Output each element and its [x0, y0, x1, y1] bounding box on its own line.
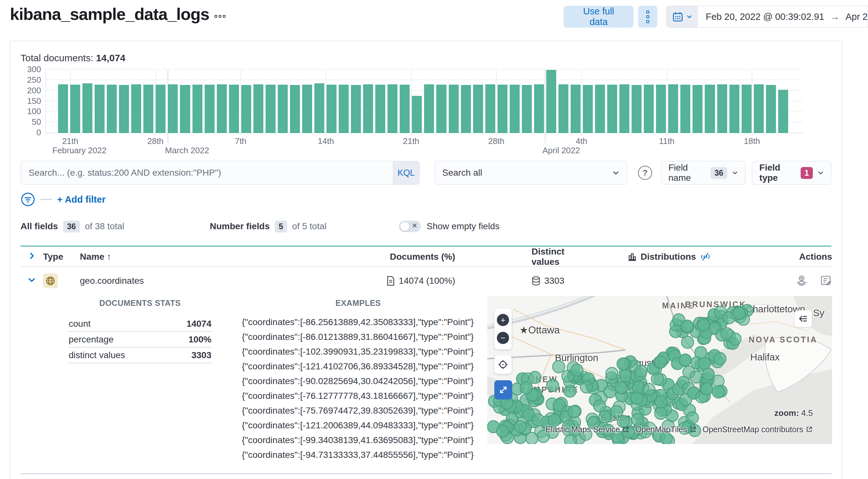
map-locate-control	[494, 355, 512, 374]
example-item: {"coordinates":[-99.34038139,41.63695083…	[242, 433, 474, 448]
header-distributions: Distributions	[590, 251, 770, 262]
histogram-bar	[58, 84, 68, 133]
attribution-link[interactable]: Elastic Maps Service	[545, 425, 620, 434]
kebab-menu-button[interactable]	[638, 6, 657, 28]
distinct-values-value: 3303	[544, 276, 564, 286]
zoom-out-button[interactable]: −	[497, 332, 509, 344]
histogram-bar	[778, 90, 788, 133]
histogram-bar	[485, 84, 495, 133]
histogram-bar	[95, 85, 104, 133]
field-name-filter[interactable]: Field name 36	[661, 161, 746, 185]
document-icon	[386, 276, 395, 286]
use-full-data-button[interactable]: Use full data	[564, 6, 633, 28]
collapse-row-button[interactable]	[28, 276, 36, 286]
examples-title: EXAMPLES	[242, 298, 474, 308]
show-empty-fields-toggle[interactable]: ✕	[399, 221, 421, 232]
field-type-filter[interactable]: Field type 1	[752, 161, 831, 185]
histogram-bar	[278, 85, 288, 133]
search-input[interactable]	[21, 161, 393, 184]
crosshair-icon	[497, 359, 509, 370]
chevron-down-icon	[732, 169, 738, 177]
stat-row: distinct values3303	[69, 348, 211, 363]
documents-stats-table: count14074percentage100%distinct values3…	[69, 316, 211, 363]
map-layers-icon	[796, 275, 808, 287]
total-documents-value: 14,074	[96, 53, 125, 63]
globe-icon	[45, 276, 56, 286]
top-bar: kibana_sample_data_logs Use full data Fe…	[0, 0, 868, 35]
histogram-bar	[766, 85, 776, 133]
map-attribution: Elastic Maps Service, OpenMapTiles, Open…	[545, 425, 814, 434]
expand-icon	[498, 384, 509, 395]
number-fields-label: Number fields	[210, 221, 270, 231]
x-axis-month-tick: February 2022	[52, 146, 106, 156]
histogram-bar	[363, 84, 373, 133]
page-title-text: kibana_sample_data_logs	[10, 4, 210, 24]
documents-cell: 14074 (100%)	[386, 276, 455, 286]
toggle-off-icon: ✕	[411, 222, 417, 229]
row-divider	[21, 473, 831, 474]
histogram-plot-area: 21th28th7th14th21th28th4th11th18thFebrua…	[45, 70, 803, 133]
attribution-link[interactable]: OpenMapTiles	[635, 425, 687, 434]
documents-stats-title: DOCUMENTS STATS	[69, 298, 211, 308]
histogram-bar	[522, 85, 532, 133]
date-range-display[interactable]: Feb 20, 2022 @ 00:39:02.91 → Apr 2	[698, 6, 868, 27]
search-all-select[interactable]: Search all	[435, 161, 627, 185]
all-fields-label: All fields	[21, 221, 58, 231]
histogram-bar	[631, 85, 642, 133]
y-axis-tick: 150	[27, 96, 41, 106]
quick-select-button[interactable]	[666, 6, 698, 27]
histogram-bars	[46, 70, 803, 133]
histogram-bar	[705, 85, 715, 133]
histogram-bar	[754, 84, 764, 133]
histogram-bar	[730, 85, 739, 133]
stat-row: count14074	[69, 316, 211, 332]
histogram-bar	[436, 85, 446, 133]
geo-map[interactable]: ★OttawaBurlingtonAugustaBostonCharlottet…	[487, 296, 832, 444]
set-view-button[interactable]	[497, 359, 509, 370]
histogram-bar	[424, 84, 434, 133]
histogram-bar	[168, 84, 178, 133]
histogram-bar	[692, 85, 703, 133]
histogram-bar	[668, 84, 678, 133]
zoom-in-button[interactable]: +	[497, 314, 509, 326]
header-name[interactable]: Name ↑	[80, 252, 337, 262]
map-legend-toggle-button[interactable]	[795, 310, 812, 327]
histogram-bar	[412, 96, 422, 133]
fields-summary-row: All fields 36 of 38 total Number fields …	[21, 219, 831, 234]
documents-stats-section: DOCUMENTS STATS count14074percentage100%…	[69, 296, 211, 471]
title-options-icon[interactable]	[215, 15, 225, 18]
example-item: {"coordinates":[-121.4102706,36.89334528…	[242, 359, 474, 374]
examples-section: EXAMPLES {"coordinates":[-86.25613889,42…	[242, 296, 474, 471]
examples-list: {"coordinates":[-86.25613889,42.35083333…	[242, 315, 474, 462]
data-visualizer-panel: Total documents: 14,074 0501001502002503…	[10, 41, 842, 479]
page-title: kibana_sample_data_logs	[10, 4, 225, 24]
expand-map-button[interactable]	[494, 380, 512, 400]
edit-field-button[interactable]	[820, 275, 832, 287]
external-link-icon	[806, 426, 813, 433]
histogram-bar	[619, 84, 629, 133]
histogram-bar	[497, 85, 507, 133]
hide-distributions-icon[interactable]	[700, 251, 711, 262]
date-range-picker[interactable]: Feb 20, 2022 @ 00:39:02.91 → Apr 2	[666, 6, 868, 28]
field-name-count-badge: 36	[711, 167, 727, 179]
histogram-bar	[253, 84, 264, 133]
filter-icon[interactable]	[21, 192, 35, 207]
histogram-bar	[510, 85, 520, 133]
histogram-bar	[742, 85, 751, 133]
expand-all-button[interactable]	[28, 252, 36, 262]
field-row-geo-coordinates[interactable]: geo.coordinates 14074 (100%) 3303	[21, 267, 831, 295]
attribution-link[interactable]: OpenStreetMap contributors	[703, 425, 803, 434]
x-axis-day-tick: 11th	[659, 136, 675, 146]
kql-language-button[interactable]: KQL	[393, 161, 419, 184]
histogram-icon	[628, 252, 637, 261]
help-icon[interactable]: ?	[638, 166, 652, 180]
fields-table-header: Type Name ↑ Documents (%) Distinct value…	[21, 247, 831, 267]
explore-in-maps-button[interactable]	[796, 275, 808, 287]
field-type-label: Field type	[759, 163, 796, 183]
date-end[interactable]: Apr 2	[845, 11, 868, 22]
date-start[interactable]: Feb 20, 2022 @ 00:39:02.91	[706, 11, 825, 22]
add-filter-button[interactable]: + Add filter	[57, 194, 105, 205]
external-link-icon	[622, 426, 629, 433]
histogram-bar	[388, 84, 397, 133]
total-documents-label: Total documents:	[21, 53, 93, 63]
